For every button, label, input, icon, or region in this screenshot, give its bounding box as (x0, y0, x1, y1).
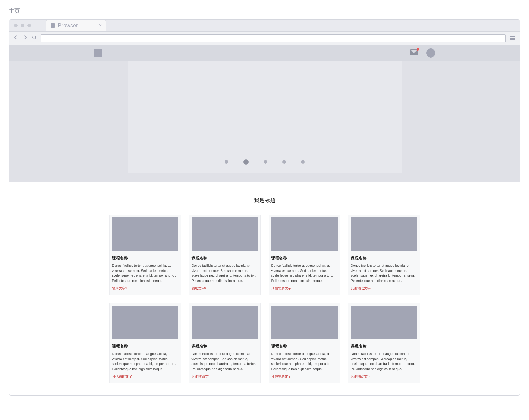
section-title: 我是标题 (9, 182, 520, 215)
card-footer: 其他辅助文字 (271, 374, 338, 379)
card-image (112, 306, 178, 339)
card-footer: 其他辅助文字 (351, 286, 417, 291)
course-card[interactable]: 课程名称Donec facilisis tortor ut augue laci… (189, 215, 261, 295)
card-title: 课程名称 (192, 344, 258, 349)
traffic-light-close[interactable] (14, 24, 18, 27)
tab-close-icon[interactable]: × (99, 23, 102, 28)
card-image (271, 217, 338, 251)
header-right (410, 48, 435, 58)
card-title: 课程名称 (351, 344, 417, 349)
carousel-dot[interactable] (243, 159, 249, 165)
browser-tab[interactable]: Browser × (46, 20, 106, 31)
card-grid: 课程名称Donec facilisis tortor ut augue laci… (9, 215, 520, 395)
card-description: Donec facilisis tortor ut augue lacinia,… (351, 263, 417, 283)
notification-dot-icon (417, 48, 419, 51)
course-card[interactable]: 课程名称Donec facilisis tortor ut augue laci… (189, 303, 261, 383)
course-card[interactable]: 课程名称Donec facilisis tortor ut augue laci… (109, 303, 181, 383)
course-card[interactable]: 课程名称Donec facilisis tortor ut augue laci… (348, 303, 420, 383)
title-bar: Browser × (9, 20, 520, 32)
card-footer: 辅助文字1 (112, 286, 178, 291)
course-card[interactable]: 课程名称Donec facilisis tortor ut augue laci… (109, 215, 181, 295)
card-title: 课程名称 (192, 255, 258, 261)
page-label: 主页 (0, 0, 529, 19)
card-description: Donec facilisis tortor ut augue lacinia,… (271, 263, 338, 283)
card-description: Donec facilisis tortor ut augue lacinia,… (192, 351, 258, 371)
messages-button[interactable] (410, 49, 418, 57)
traffic-light-minimize[interactable] (21, 24, 24, 27)
hero-slide (128, 61, 402, 173)
envelope-icon (410, 49, 418, 57)
avatar[interactable] (426, 48, 435, 58)
card-image (351, 217, 417, 251)
reload-button[interactable] (32, 35, 36, 41)
card-description: Donec facilisis tortor ut augue lacinia,… (271, 351, 338, 371)
card-title: 课程名称 (271, 255, 338, 261)
card-image (192, 217, 258, 251)
card-footer: 辅助文字2 (192, 286, 258, 291)
tab-label: Browser (58, 23, 78, 29)
forward-button[interactable] (23, 35, 27, 41)
url-input[interactable] (41, 34, 506, 42)
card-footer: 其他辅助文字 (192, 374, 258, 379)
card-image (112, 217, 178, 251)
card-description: Donec facilisis tortor ut augue lacinia,… (112, 263, 178, 283)
carousel-dot[interactable] (225, 160, 228, 164)
card-title: 课程名称 (271, 344, 338, 349)
back-button[interactable] (14, 35, 18, 41)
course-card[interactable]: 课程名称Donec facilisis tortor ut augue laci… (269, 303, 340, 383)
carousel-dot[interactable] (301, 160, 305, 164)
card-title: 课程名称 (351, 255, 417, 261)
card-description: Donec facilisis tortor ut augue lacinia,… (192, 263, 258, 283)
card-image (271, 306, 338, 339)
card-footer: 其他辅助文字 (271, 286, 338, 291)
course-card[interactable]: 课程名称Donec facilisis tortor ut augue laci… (269, 215, 340, 295)
card-image (351, 306, 417, 339)
tab-favicon-icon (51, 23, 55, 28)
browser-toolbar (9, 32, 520, 45)
carousel-dots (225, 160, 305, 165)
card-title: 课程名称 (112, 344, 178, 349)
card-description: Donec facilisis tortor ut augue lacinia,… (112, 351, 178, 371)
browser-window: Browser × (9, 19, 520, 396)
card-image (192, 306, 258, 339)
card-title: 课程名称 (112, 255, 178, 261)
hero-carousel (9, 61, 520, 182)
card-footer: 其他辅助文字 (351, 374, 417, 379)
carousel-dot[interactable] (282, 160, 286, 164)
card-description: Donec facilisis tortor ut augue lacinia,… (351, 351, 417, 371)
logo-icon[interactable] (94, 49, 102, 57)
traffic-light-maximize[interactable] (27, 24, 31, 27)
course-card[interactable]: 课程名称Donec facilisis tortor ut augue laci… (348, 215, 420, 295)
carousel-dot[interactable] (264, 160, 267, 164)
app-header (9, 45, 520, 61)
menu-button[interactable] (510, 36, 515, 40)
card-footer: 其他辅助文字 (112, 374, 178, 379)
